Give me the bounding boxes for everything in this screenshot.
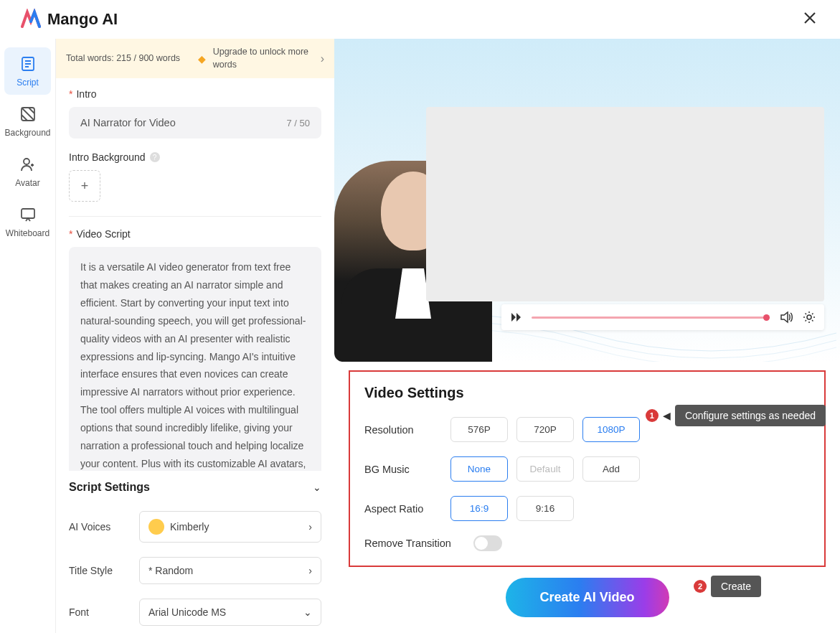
chevron-right-icon: › [321, 52, 324, 65]
preview-slide [426, 107, 824, 301]
timeline-slider[interactable] [532, 316, 770, 319]
sidebar-item-label: Background [4, 128, 50, 138]
callout-2: 2 Create [694, 576, 761, 597]
sidebar-item-script[interactable]: Script [4, 47, 51, 95]
upgrade-message: Upgrade to unlock more words [213, 46, 313, 71]
whiteboard-icon [19, 205, 37, 224]
aspect-label: Aspect Ratio [364, 503, 442, 515]
sidebar-item-label: Whiteboard [6, 228, 49, 238]
intro-bg-label: Intro Background [69, 151, 146, 163]
intro-value: AI Narrator for Video [80, 117, 286, 128]
create-ai-video-button[interactable]: Create AI Video [505, 578, 669, 617]
bgmusic-default[interactable]: Default [516, 456, 574, 482]
diamond-icon: ◆ [198, 53, 206, 65]
video-script-textarea[interactable]: It is a versatile AI video generator fro… [69, 247, 321, 471]
callout-badge-1: 1 [646, 409, 659, 422]
arrow-left-icon: ◀ [663, 410, 671, 421]
video-settings-panel: Video Settings Resolution 576P 720P 1080… [349, 370, 826, 567]
aspect-9-16[interactable]: 9:16 [516, 496, 574, 521]
remove-transition-toggle[interactable] [473, 535, 502, 551]
app-logo: Mango AI [20, 9, 118, 30]
script-settings-title: Script Settings [69, 481, 150, 494]
remove-transition-label: Remove Transition [364, 538, 465, 549]
word-count: Total words: 215 / 900 words [66, 52, 180, 65]
video-script-label: Video Script [76, 228, 130, 240]
video-controls [501, 304, 824, 330]
sidebar-item-label: Script [16, 78, 39, 88]
resolution-576p[interactable]: 576P [450, 417, 508, 442]
sidebar-item-whiteboard[interactable]: Whiteboard [4, 198, 51, 245]
add-background-button[interactable]: + [69, 170, 100, 202]
callout-text-1: Configure settings as needed [675, 405, 826, 426]
volume-icon[interactable] [780, 311, 793, 324]
sidebar-item-background[interactable]: Background [4, 98, 51, 145]
logo-icon [20, 9, 42, 30]
title-style-label: Title Style [69, 565, 128, 576]
resolution-720p[interactable]: 720P [516, 417, 574, 442]
bgmusic-add[interactable]: Add [582, 456, 640, 482]
chevron-right-icon: › [308, 565, 312, 576]
script-settings-toggle[interactable]: Script Settings ⌄ [56, 471, 334, 504]
ai-voices-select[interactable]: Kimberly › [139, 511, 321, 543]
sidebar-item-avatar[interactable]: Avatar [4, 148, 51, 195]
chevron-down-icon: ⌄ [303, 606, 312, 618]
callout-1: 1 ◀ Configure settings as needed [646, 405, 826, 426]
sidebar-item-label: Avatar [15, 178, 39, 188]
bgmusic-label: BG Music [364, 464, 442, 475]
font-label: Font [69, 606, 128, 618]
ai-voices-label: AI Voices [69, 521, 128, 533]
resolution-label: Resolution [364, 424, 442, 436]
resolution-1080p[interactable]: 1080P [582, 417, 640, 442]
background-icon [19, 105, 37, 123]
callout-text-2: Create [711, 576, 761, 597]
video-settings-title: Video Settings [364, 385, 810, 401]
skip-icon[interactable] [510, 311, 522, 323]
intro-label: Intro [76, 88, 96, 100]
bgmusic-none[interactable]: None [450, 456, 508, 482]
callout-badge-2: 2 [694, 580, 707, 593]
font-select[interactable]: Arial Unicode MS ⌄ [139, 599, 321, 626]
chevron-right-icon: › [308, 521, 312, 533]
close-button[interactable] [800, 6, 820, 32]
voice-avatar-icon [148, 519, 164, 535]
script-icon [19, 55, 37, 73]
voice-value: Kimberly [170, 521, 209, 533]
svg-point-2 [24, 159, 29, 164]
help-icon[interactable]: ? [150, 152, 160, 162]
app-name: Mango AI [47, 10, 118, 29]
svg-rect-3 [22, 209, 34, 218]
intro-input[interactable]: AI Narrator for Video 7 / 50 [69, 107, 321, 139]
avatar-icon [19, 155, 37, 174]
title-style-select[interactable]: * Random › [139, 557, 321, 584]
title-style-value: * Random [148, 565, 193, 576]
video-preview [334, 39, 840, 362]
chevron-down-icon: ⌄ [313, 482, 321, 493]
gear-icon[interactable] [803, 311, 816, 324]
aspect-16-9[interactable]: 16:9 [450, 496, 508, 521]
svg-point-4 [807, 315, 811, 319]
divider [69, 216, 321, 217]
upgrade-banner[interactable]: Total words: 215 / 900 words ◆ Upgrade t… [56, 39, 334, 78]
font-value: Arial Unicode MS [148, 606, 226, 618]
intro-counter: 7 / 50 [286, 118, 310, 128]
